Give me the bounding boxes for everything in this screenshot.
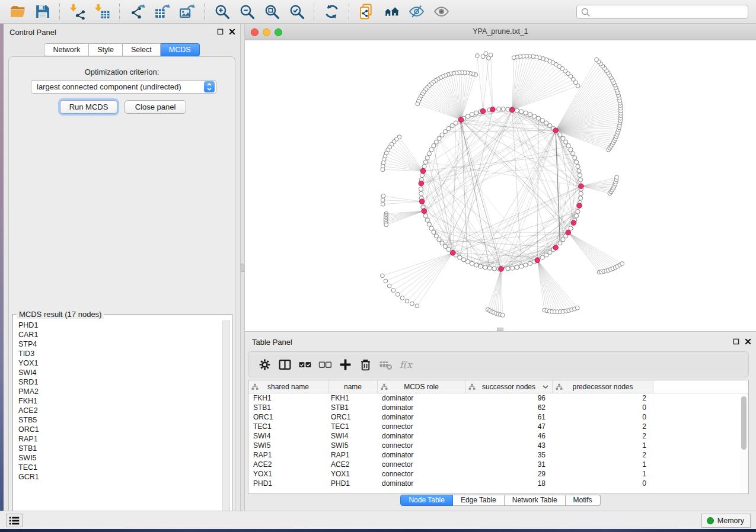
export-image-icon[interactable] (177, 2, 196, 21)
import-table-icon[interactable] (92, 2, 111, 21)
export-table-icon[interactable] (152, 2, 171, 21)
mcds-result-item[interactable]: STP4 (14, 339, 222, 349)
column-header-MCDS-role[interactable]: MCDS role (378, 380, 465, 393)
zoom-fit-icon[interactable] (262, 2, 281, 21)
mcds-result-item[interactable]: STB1 (14, 444, 222, 453)
mcds-result-item[interactable]: YOX1 (14, 358, 222, 368)
table-panel-tabs: Node TableEdge TableNetwork TableMotifs (245, 495, 756, 506)
table-panel-title: Table Panel (252, 338, 292, 347)
column-header-shared-name[interactable]: shared name (248, 380, 328, 393)
search-box[interactable] (576, 5, 748, 19)
eye-icon[interactable] (432, 2, 451, 21)
mcds-result-item[interactable]: ORC1 (14, 425, 222, 434)
mcds-result-item[interactable]: FKH1 (14, 396, 222, 406)
table-settings-gear-icon[interactable] (254, 355, 275, 373)
table-row[interactable]: ACE2ACE2connector311 (248, 460, 748, 469)
import-network-icon[interactable] (68, 2, 87, 21)
tab-motifs[interactable]: Motifs (566, 495, 601, 506)
cell-mcds_role: connector (378, 422, 465, 431)
memory-label: Memory (717, 517, 744, 525)
dropdown-stepper-icon (204, 81, 215, 92)
mcds-result-group: MCDS result (17 nodes) PHD1CAR1STP4TID3Y… (12, 314, 232, 529)
delete-column-icon[interactable] (355, 355, 375, 373)
tab-select[interactable]: Select (123, 43, 161, 56)
table-row[interactable]: FKH1FKH1dominator962 (248, 393, 748, 403)
mcds-result-item[interactable]: GCR1 (14, 472, 222, 482)
vertical-splitter[interactable] (240, 24, 245, 511)
save-session-icon[interactable] (33, 2, 52, 21)
table-scrollbar[interactable] (740, 395, 748, 493)
mcds-result-item[interactable]: SWI5 (14, 453, 222, 463)
network-graph[interactable] (245, 40, 756, 331)
add-column-icon[interactable] (335, 355, 355, 373)
table-row[interactable]: RAP1RAP1dominator352 (248, 450, 748, 460)
select-all-icon[interactable] (295, 355, 315, 373)
table-row[interactable]: ORC1ORC1dominator610 (248, 412, 748, 422)
table-row[interactable]: PHD1PHD1dominator180 (248, 479, 748, 488)
mcds-result-item[interactable]: CAR1 (14, 330, 222, 339)
tab-node-table[interactable]: Node Table (400, 495, 453, 506)
mcds-result-item[interactable]: PMA2 (14, 387, 222, 396)
zoom-out-icon[interactable] (237, 2, 256, 21)
column-header-name[interactable]: name (328, 380, 378, 393)
search-input[interactable] (591, 7, 748, 17)
mcds-result-list[interactable]: PHD1CAR1STP4TID3YOX1SWI4SRD1PMA2FKH1ACE2… (14, 321, 222, 527)
table-scrollbar-thumb[interactable] (741, 396, 747, 450)
cell-successors: 96 (465, 393, 553, 403)
splitter-thumb[interactable] (241, 264, 244, 272)
mcds-result-item[interactable]: PHD1 (14, 321, 222, 330)
float-table-panel-icon[interactable] (733, 338, 739, 345)
close-table-panel-icon[interactable] (745, 338, 751, 345)
eye-slash-icon[interactable] (407, 2, 426, 21)
tab-network-table[interactable]: Network Table (505, 495, 566, 506)
memory-button[interactable]: Memory (701, 514, 751, 528)
cell-mcds_role: dominator (378, 479, 465, 488)
task-history-button[interactable] (6, 514, 23, 527)
mcds-result-item[interactable]: TEC1 (14, 463, 222, 472)
table-row[interactable]: TEC1TEC1connector472 (248, 422, 748, 431)
table-row[interactable]: STB1STB1dominator620 (248, 403, 748, 412)
close-panel-icon[interactable] (229, 28, 235, 35)
cell-shared_name: FKH1 (248, 393, 328, 403)
cell-predecessors: 2 (553, 393, 653, 403)
zoom-selected-icon[interactable] (287, 2, 306, 21)
tab-network[interactable]: Network (44, 43, 89, 56)
float-panel-icon[interactable] (217, 28, 224, 35)
toolbar-separator (314, 4, 314, 20)
tab-edge-table[interactable]: Edge Table (453, 495, 505, 506)
refresh-view-icon[interactable] (322, 2, 341, 21)
criterion-dropdown[interactable]: largest connected component (undirected) (31, 80, 216, 94)
network-canvas[interactable] (245, 40, 756, 331)
column-header-successor-nodes[interactable]: successor nodes (465, 380, 553, 393)
mcds-result-item[interactable]: SWI4 (14, 368, 222, 377)
horizontal-splitter-thumb[interactable] (497, 328, 503, 331)
mcds-result-item[interactable]: TID3 (14, 349, 222, 358)
toggle-columns-icon[interactable] (275, 355, 295, 373)
deselect-all-icon[interactable] (315, 355, 335, 373)
share-network-icon[interactable] (357, 2, 376, 21)
mcds-result-item[interactable]: ACE2 (14, 406, 222, 415)
network-window-titlebar[interactable]: YPA_prune.txt_1 (245, 24, 756, 40)
tab-mcds[interactable]: MCDS (161, 43, 200, 56)
column-header-predecessor-nodes[interactable]: predecessor nodes (553, 380, 653, 393)
table-row[interactable]: SWI5SWI5connector431 (248, 441, 748, 450)
run-mcds-button[interactable]: Run MCDS (60, 100, 117, 114)
houses-icon[interactable] (382, 2, 401, 21)
cell-mcds_role: dominator (378, 412, 465, 422)
mcds-result-item[interactable]: SRD1 (14, 377, 222, 387)
table-row[interactable]: SWI4SWI4dominator462 (248, 431, 748, 441)
export-network-icon[interactable] (127, 2, 146, 21)
mcds-result-item[interactable]: STB5 (14, 415, 222, 425)
cell-successors: 29 (465, 469, 553, 479)
zoom-in-icon[interactable] (212, 2, 231, 21)
toolbar-separator (119, 4, 120, 20)
cell-predecessors: 1 (553, 441, 653, 450)
open-session-icon[interactable] (8, 2, 27, 21)
cell-predecessors: 0 (553, 479, 653, 488)
mcds-list-scrollbar[interactable] (222, 321, 230, 527)
close-panel-button[interactable]: Close panel (125, 100, 186, 114)
table-row[interactable]: YOX1YOX1connector291 (248, 469, 748, 479)
mcds-result-item[interactable]: RAP1 (14, 434, 222, 444)
tab-style[interactable]: Style (89, 43, 123, 56)
cell-successors: 47 (465, 422, 553, 431)
